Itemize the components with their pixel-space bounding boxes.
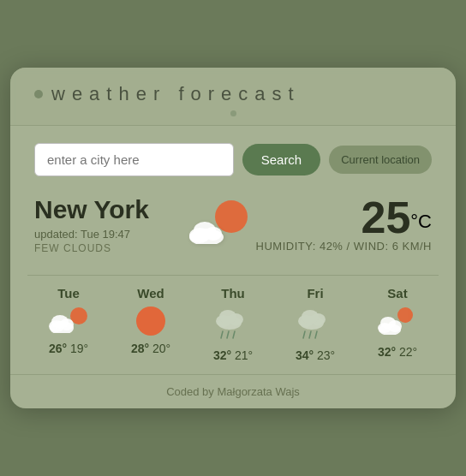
- condition-text: FEW CLOUDS: [34, 242, 149, 254]
- svg-line-14: [233, 331, 235, 338]
- temperature-display: 25°C: [361, 195, 432, 240]
- forecast-divider: [27, 275, 439, 276]
- cloud-icon: [188, 213, 232, 247]
- app-title: weather forecast: [34, 83, 432, 105]
- forecast-temp-sat: 32° 22°: [378, 345, 417, 359]
- svg-point-25: [380, 317, 396, 329]
- day-label-wed: Wed: [137, 286, 164, 300]
- temperature-value: 25: [361, 193, 410, 242]
- weather-card: weather forecast Search Current location…: [10, 68, 456, 408]
- svg-point-3: [194, 222, 216, 239]
- forecast-day-wed: Wed 28° 20°: [110, 286, 192, 355]
- title-text: weather forecast: [51, 83, 301, 105]
- forecast-cloud-sat: [377, 311, 408, 338]
- forecast-days-row: Tue 26° 19°: [27, 286, 439, 362]
- svg-line-19: [303, 331, 305, 338]
- forecast-icon-thu: [212, 306, 254, 343]
- search-button[interactable]: Search: [242, 144, 321, 176]
- svg-line-20: [309, 331, 311, 338]
- current-weather-right: 25°C Humidity: 42% / Wind: 6 km/h: [188, 195, 432, 253]
- forecast-day-thu: Thu: [192, 286, 274, 362]
- svg-point-18: [302, 310, 319, 324]
- current-weather-left: New York updated: Tue 19:47 FEW CLOUDS: [34, 195, 149, 254]
- subtitle-dot-icon: [230, 110, 236, 116]
- full-sun-icon: [136, 306, 165, 336]
- day-label-sat: Sat: [387, 286, 407, 300]
- header: weather forecast: [10, 68, 456, 125]
- footer: Coded by Małgorzata Wajs: [10, 374, 456, 408]
- forecast-cloud-thu: [212, 306, 254, 347]
- search-input[interactable]: [34, 143, 234, 176]
- forecast-section: Tue 26° 19°: [10, 266, 456, 374]
- forecast-cloud-tue: [48, 309, 81, 336]
- humidity-wind-text: Humidity: 42% / Wind: 6 km/h: [256, 240, 432, 253]
- day-label-tue: Tue: [57, 286, 80, 300]
- day-label-fri: Fri: [307, 286, 323, 300]
- forecast-icon-sat: [377, 306, 418, 340]
- svg-point-7: [51, 315, 69, 329]
- svg-line-12: [221, 331, 223, 338]
- svg-point-11: [219, 310, 236, 324]
- forecast-temp-thu: 32° 21°: [213, 348, 253, 362]
- forecast-icon-fri: [295, 306, 336, 343]
- current-location-button[interactable]: Current location: [329, 146, 432, 174]
- temperature-block: 25°C Humidity: 42% / Wind: 6 km/h: [256, 195, 432, 253]
- forecast-day-tue: Tue 26° 19°: [27, 286, 110, 355]
- footer-text: Coded by Małgorzata Wajs: [166, 385, 300, 398]
- header-subtitle-dot: [34, 110, 432, 116]
- forecast-icon-wed: [130, 306, 171, 336]
- current-weather-section: New York updated: Tue 19:47 FEW CLOUDS: [10, 188, 456, 266]
- current-weather-icon: [188, 200, 248, 247]
- svg-line-21: [315, 331, 317, 338]
- day-label-thu: Thu: [221, 286, 245, 300]
- forecast-temp-fri: 34° 23°: [296, 348, 335, 362]
- forecast-day-sat: Sat: [356, 286, 439, 359]
- forecast-icon-tue: [48, 306, 89, 336]
- forecast-day-fri: Fri 34° 23°: [274, 286, 356, 362]
- forecast-temp-wed: 28° 20°: [131, 342, 170, 355]
- header-dot-icon: [34, 90, 43, 98]
- svg-line-13: [227, 331, 229, 338]
- temperature-unit: °C: [410, 211, 432, 232]
- updated-text: updated: Tue 19:47: [34, 228, 149, 241]
- city-name: New York: [34, 195, 149, 224]
- search-section: Search Current location: [10, 126, 456, 188]
- forecast-temp-tue: 26° 19°: [49, 342, 88, 355]
